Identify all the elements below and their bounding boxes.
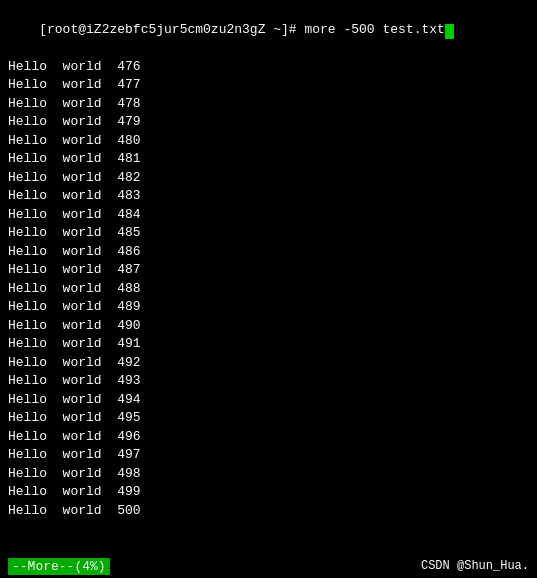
terminal-output-line: Hello world 498: [0, 465, 537, 484]
output-lines: Hello world 476Hello world 477Hello worl…: [0, 58, 537, 521]
terminal-output-line: Hello world 484: [0, 206, 537, 225]
terminal-output-line: Hello world 494: [0, 391, 537, 410]
terminal-output-line: Hello world 497: [0, 446, 537, 465]
terminal-window[interactable]: [root@iZ2zebfc5jur5cm0zu2n3gZ ~]# more -…: [0, 0, 537, 578]
prompt-text: [root@iZ2zebfc5jur5cm0zu2n3gZ ~]# more -…: [39, 22, 445, 37]
terminal-output-line: Hello world 489: [0, 298, 537, 317]
terminal-output-line: Hello world 493: [0, 372, 537, 391]
status-bar: --More--(4%) CSDN @Shun_Hua.: [0, 556, 537, 576]
terminal-output-line: Hello world 480: [0, 132, 537, 151]
terminal-output-line: Hello world 491: [0, 335, 537, 354]
terminal-output-line: Hello world 500: [0, 502, 537, 521]
terminal-output-line: Hello world 490: [0, 317, 537, 336]
terminal-output-line: Hello world 481: [0, 150, 537, 169]
terminal-output-line: Hello world 477: [0, 76, 537, 95]
terminal-output-line: Hello world 479: [0, 113, 537, 132]
terminal-output-line: Hello world 487: [0, 261, 537, 280]
terminal-output-line: Hello world 499: [0, 483, 537, 502]
cursor: [445, 24, 454, 39]
terminal-output-line: Hello world 496: [0, 428, 537, 447]
terminal-output-line: Hello world 486: [0, 243, 537, 262]
terminal-output-line: Hello world 488: [0, 280, 537, 299]
terminal-output-line: Hello world 476: [0, 58, 537, 77]
watermark: CSDN @Shun_Hua.: [421, 559, 529, 573]
terminal-output-line: Hello world 483: [0, 187, 537, 206]
terminal-output-line: Hello world 495: [0, 409, 537, 428]
more-indicator: --More--(4%): [8, 558, 110, 575]
terminal-output-line: Hello world 482: [0, 169, 537, 188]
prompt-line: [root@iZ2zebfc5jur5cm0zu2n3gZ ~]# more -…: [0, 2, 537, 58]
terminal-output-line: Hello world 492: [0, 354, 537, 373]
terminal-output-line: Hello world 478: [0, 95, 537, 114]
terminal-output-line: Hello world 485: [0, 224, 537, 243]
